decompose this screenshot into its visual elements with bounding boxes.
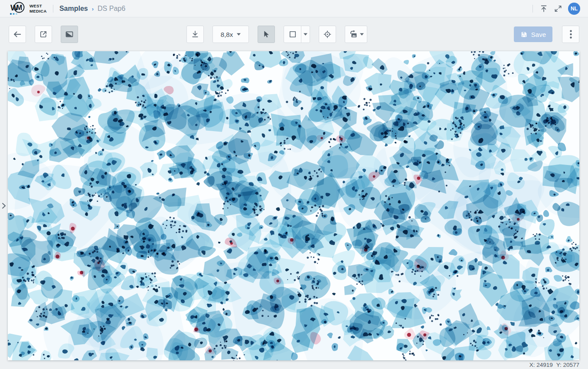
- pointer-tool-button[interactable]: [258, 26, 275, 43]
- west-medica-logo[interactable]: W M WEST MEDICA: [8, 1, 47, 16]
- center-target-button[interactable]: [319, 26, 336, 43]
- svg-text:M: M: [16, 3, 23, 11]
- breadcrumb-samples-link[interactable]: Samples: [59, 5, 88, 13]
- save-button-label: Save: [531, 31, 546, 38]
- status-bar: X: 24919 Y: 20577: [0, 360, 588, 369]
- rotate-image-icon: [348, 30, 359, 39]
- open-external-icon: [39, 30, 48, 39]
- viewer-main: [0, 51, 588, 360]
- save-floppy-icon: [520, 31, 528, 38]
- download-icon: [191, 30, 199, 39]
- download-button[interactable]: [186, 26, 204, 43]
- pointer-cursor-icon: [262, 30, 271, 39]
- save-button[interactable]: Save: [514, 26, 552, 42]
- roi-tool-dropdown[interactable]: [301, 26, 310, 43]
- roi-rectangle-tool: [284, 26, 310, 43]
- chevron-down-icon: [237, 33, 241, 36]
- chevron-down-icon: [304, 33, 307, 36]
- rectangle-tool-icon: [288, 30, 297, 39]
- fullscreen-button[interactable]: [554, 4, 562, 13]
- panel-expand-chevron-icon[interactable]: [1, 202, 7, 209]
- split-view-icon: [65, 30, 74, 39]
- header-right-divider: [532, 5, 533, 13]
- header-divider: [53, 5, 53, 13]
- chevron-down-icon: [360, 33, 364, 36]
- app-header: W M WEST MEDICA Samples › DS Pap6 N: [0, 0, 588, 17]
- roi-rectangle-button[interactable]: [284, 26, 301, 43]
- rotate-image-button[interactable]: [345, 26, 367, 43]
- zoom-level-value: 8,8x: [221, 31, 233, 38]
- stage-y-coordinate: Y: 20577: [556, 362, 579, 368]
- side-panel-gutter: [0, 51, 8, 360]
- back-arrow-icon: [13, 30, 22, 39]
- zoom-level-dropdown[interactable]: 8,8x: [212, 26, 249, 43]
- stage-x-coordinate: X: 24919: [529, 362, 553, 368]
- back-button[interactable]: [9, 26, 26, 43]
- wm-logo-icon: W M: [8, 1, 27, 16]
- kebab-menu-icon: [570, 30, 572, 39]
- target-icon: [323, 30, 332, 39]
- upload-icon: [539, 4, 548, 13]
- slide-image[interactable]: [8, 51, 579, 360]
- user-avatar[interactable]: NL: [568, 3, 580, 15]
- viewer-toolbar: 8,8x: [0, 17, 588, 51]
- breadcrumb-chevron-icon: ›: [92, 6, 94, 12]
- more-options-button[interactable]: [562, 26, 579, 43]
- fullscreen-icon: [554, 4, 562, 13]
- breadcrumb: Samples › DS Pap6: [59, 5, 125, 13]
- open-external-button[interactable]: [35, 26, 52, 43]
- upload-button[interactable]: [539, 4, 548, 13]
- split-view-button[interactable]: [61, 26, 78, 43]
- brand-name: WEST MEDICA: [29, 3, 47, 13]
- breadcrumb-current: DS Pap6: [98, 5, 125, 13]
